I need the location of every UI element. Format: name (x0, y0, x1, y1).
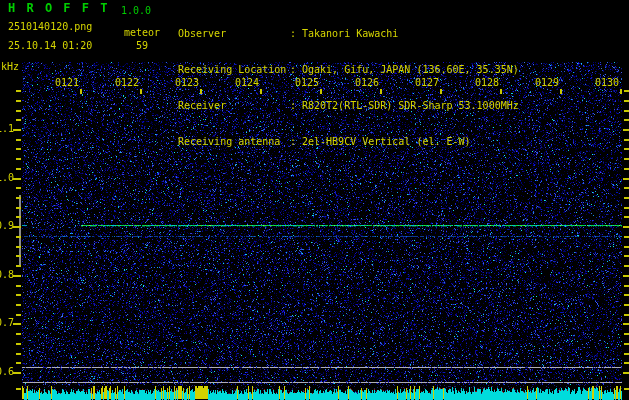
app-version: 1.0.0 (121, 5, 151, 16)
info-value: Takanori Kawachi (302, 28, 398, 39)
time-tick-label: 0129 (533, 77, 559, 88)
info-row-receiver: Receiver:R820T2(RTL-SDR) SDR-Sharp 53.10… (178, 100, 519, 112)
observation-timestamp: 25.10.14 01:20 (8, 40, 92, 51)
hrofft-screen: H R O F F T 1.0.0 2510140120.png meteor … (0, 0, 629, 400)
meteor-counter-value: 59 (136, 40, 148, 51)
freq-tick-label: 1.1 (0, 123, 14, 134)
info-value: 2el-HB9CV Vertical (el. E-W) (302, 136, 471, 147)
app-title: H R O F F T (8, 3, 109, 14)
info-row-location: Receiving Location:Ogaki, Gifu, JAPAN (1… (178, 64, 519, 76)
info-separator: : (290, 136, 302, 148)
info-separator: : (290, 100, 302, 112)
time-tick-label: 0125 (293, 77, 319, 88)
time-tick-label: 0121 (53, 77, 79, 88)
info-separator: : (290, 28, 302, 40)
freq-tick-label: 0.6 (0, 366, 14, 377)
info-row-observer: Observer:Takanori Kawachi (178, 28, 519, 40)
info-label: Receiving antenna (178, 136, 290, 148)
meteor-counter-label: meteor (124, 27, 160, 38)
freq-tick-label: 0.8 (0, 269, 14, 280)
time-tick-label: 0126 (353, 77, 379, 88)
time-tick-label: 0124 (233, 77, 259, 88)
info-value: R820T2(RTL-SDR) SDR-Sharp 53.1000MHz (302, 100, 519, 111)
freq-axis-unit-label: kHz (1, 61, 19, 72)
freq-tick-label: 1.0 (0, 172, 14, 183)
info-label: Receiving Location (178, 64, 290, 76)
info-row-antenna: Receiving antenna:2el-HB9CV Vertical (el… (178, 136, 519, 148)
freq-tick-label: 0.7 (0, 317, 14, 328)
observation-info: Observer:Takanori Kawachi Receiving Loca… (178, 4, 519, 172)
info-separator: : (290, 64, 302, 76)
info-label: Observer (178, 28, 290, 40)
time-tick-label: 0122 (113, 77, 139, 88)
info-label: Receiver (178, 100, 290, 112)
time-tick-label: 0130 (593, 77, 619, 88)
time-tick-label: 0123 (173, 77, 199, 88)
freq-tick-label: 0.9 (0, 220, 14, 231)
output-filename: 2510140120.png (8, 21, 92, 32)
info-value: Ogaki, Gifu, JAPAN (136.60E, 35.35N) (302, 64, 519, 75)
time-tick-label: 0127 (413, 77, 439, 88)
time-tick-label: 0128 (473, 77, 499, 88)
